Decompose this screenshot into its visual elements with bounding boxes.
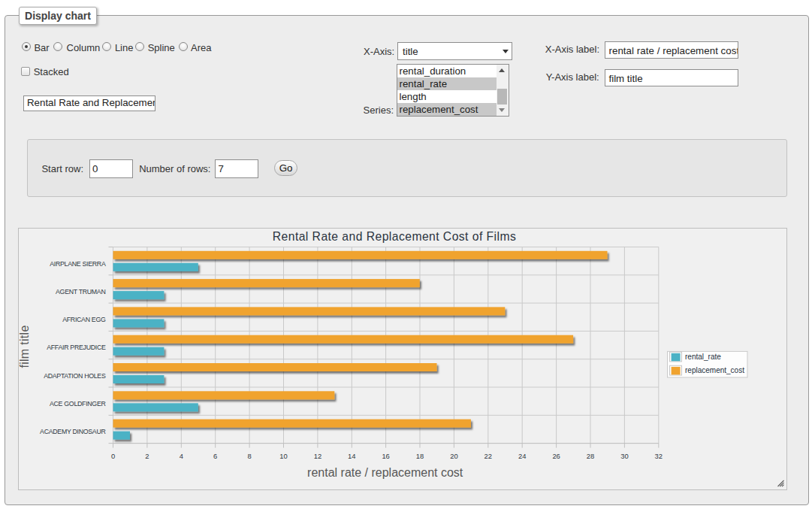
- svg-text:rental_rate: rental_rate: [685, 353, 721, 361]
- svg-text:12: 12: [314, 452, 321, 460]
- svg-text:4: 4: [180, 452, 183, 460]
- svg-text:replacement_cost: replacement_cost: [685, 366, 744, 374]
- svg-text:8: 8: [247, 452, 251, 460]
- svg-text:ADAPTATION HOLES: ADAPTATION HOLES: [44, 372, 106, 380]
- svg-text:22: 22: [484, 452, 492, 460]
- svg-text:0: 0: [111, 452, 115, 460]
- svg-text:Rental Rate and Replacement Co: Rental Rate and Replacement Cost of Film…: [273, 230, 517, 243]
- svg-text:24: 24: [518, 452, 526, 460]
- svg-text:32: 32: [655, 452, 663, 460]
- svg-text:10: 10: [279, 452, 287, 460]
- svg-text:2: 2: [145, 452, 149, 460]
- svg-text:AFRICAN EGG: AFRICAN EGG: [62, 316, 106, 323]
- svg-text:18: 18: [416, 452, 424, 460]
- svg-text:AIRPLANE SIERRA: AIRPLANE SIERRA: [50, 260, 106, 268]
- svg-text:ACE GOLDFINGER: ACE GOLDFINGER: [50, 400, 106, 407]
- svg-text:26: 26: [552, 452, 560, 460]
- svg-text:6: 6: [213, 452, 217, 460]
- svg-text:30: 30: [620, 452, 628, 460]
- svg-text:20: 20: [450, 452, 457, 460]
- svg-text:AGENT TRUMAN: AGENT TRUMAN: [56, 288, 105, 295]
- svg-text:28: 28: [587, 452, 594, 460]
- svg-text:AFFAIR PREJUDICE: AFFAIR PREJUDICE: [47, 344, 106, 351]
- svg-text:rental rate / replacement cost: rental rate / replacement cost: [307, 466, 463, 479]
- svg-text:film title: film title: [19, 325, 31, 368]
- svg-text:16: 16: [382, 452, 389, 460]
- svg-text:14: 14: [348, 452, 355, 460]
- svg-text:ACADEMY DINOSAUR: ACADEMY DINOSAUR: [40, 428, 105, 435]
